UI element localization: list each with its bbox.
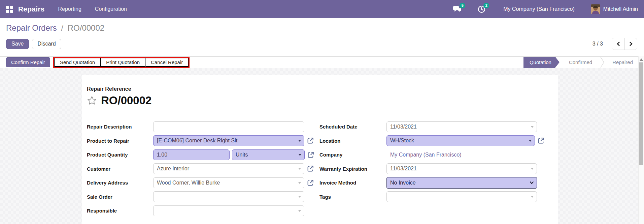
- pager-buttons: [612, 38, 637, 50]
- delivery-address-field[interactable]: [153, 177, 304, 188]
- caret-down-icon[interactable]: [298, 210, 301, 212]
- chevron-left-icon: [616, 41, 620, 46]
- user-menu[interactable]: Mitchell Admin: [591, 4, 638, 14]
- caret-down-icon[interactable]: [299, 154, 301, 156]
- location-input[interactable]: [387, 136, 535, 146]
- highlighted-button-group: Send Quotation Print Quotation Cancel Re…: [53, 57, 190, 68]
- customer-input[interactable]: [154, 164, 304, 174]
- uom-external-link-icon[interactable]: [307, 151, 314, 159]
- label-product-to-repair: Product to Repair: [87, 138, 153, 144]
- reference-label: Repair Reference: [87, 86, 553, 92]
- caret-down-icon[interactable]: [298, 168, 301, 170]
- title-row: RO/00002: [87, 94, 553, 107]
- breadcrumb-separator: /: [61, 23, 63, 32]
- delivery-address-input[interactable]: [154, 178, 304, 188]
- repair-description-field[interactable]: [153, 121, 304, 132]
- label-warranty-expiration: Warranty Expiration: [319, 166, 386, 172]
- page-title: RO/00002: [101, 94, 151, 107]
- label-tags: Tags: [319, 194, 386, 200]
- content-area: Repair Reference RO/00002 Repair Descrip…: [0, 68, 644, 224]
- menu-configuration[interactable]: Configuration: [95, 6, 127, 12]
- avatar: [591, 4, 600, 14]
- messages-badge: 5: [460, 3, 465, 8]
- scrollbar-thumb[interactable]: [639, 62, 643, 165]
- scheduled-date-field[interactable]: [386, 121, 537, 132]
- sale-order-input[interactable]: [154, 192, 304, 202]
- invoice-method-value: No Invoice: [390, 180, 416, 186]
- breadcrumb-parent[interactable]: Repair Orders: [6, 23, 57, 32]
- app-name[interactable]: Repairs: [18, 5, 44, 13]
- caret-down-icon[interactable]: [531, 168, 534, 170]
- label-scheduled-date: Scheduled Date: [319, 124, 386, 130]
- apps-menu-icon[interactable]: [6, 6, 13, 13]
- caret-down-icon[interactable]: [298, 182, 301, 184]
- caret-down-icon[interactable]: [531, 196, 534, 198]
- caret-down-icon[interactable]: [298, 140, 301, 142]
- menu-reporting[interactable]: Reporting: [58, 6, 81, 12]
- vertical-scrollbar[interactable]: [638, 56, 644, 224]
- location-field[interactable]: [386, 135, 535, 146]
- scheduled-date-input[interactable]: [387, 122, 537, 132]
- responsible-field[interactable]: [153, 205, 304, 216]
- product-quantity-field[interactable]: [153, 149, 230, 160]
- company-switcher[interactable]: My Company (San Francisco): [503, 6, 575, 12]
- top-navbar: Repairs Reporting Configuration 5 2 My C…: [0, 0, 644, 18]
- caret-down-icon[interactable]: [298, 196, 301, 198]
- favorite-star-icon[interactable]: [87, 95, 97, 106]
- label-company: Company: [319, 152, 386, 158]
- save-button[interactable]: Save: [6, 39, 29, 49]
- pager: 3 / 3: [592, 38, 637, 50]
- tags-field[interactable]: [386, 191, 537, 202]
- label-sale-order: Sale Order: [87, 194, 153, 200]
- pager-previous-button[interactable]: [612, 38, 624, 50]
- product-to-repair-field[interactable]: [153, 135, 304, 146]
- control-panel: Repair Orders / RO/00002 Save Discard 3 …: [0, 18, 644, 56]
- customer-external-link-icon[interactable]: [307, 165, 314, 172]
- sale-order-field[interactable]: [153, 191, 304, 202]
- form-sheet: Repair Reference RO/00002 Repair Descrip…: [82, 75, 558, 224]
- unit-of-measure-field[interactable]: [232, 149, 305, 160]
- label-responsible: Responsible: [87, 208, 153, 214]
- scroll-up-icon[interactable]: [640, 58, 643, 61]
- breadcrumb-current: RO/00002: [68, 23, 104, 32]
- delivery-address-external-link-icon[interactable]: [307, 179, 314, 187]
- statusbar: Confirm Repair Send Quotation Print Quot…: [0, 56, 638, 68]
- location-external-link-icon[interactable]: [537, 137, 545, 144]
- navbar-left: Repairs Reporting Configuration: [6, 5, 127, 13]
- print-quotation-button[interactable]: Print Quotation: [101, 58, 145, 67]
- pager-count: 3 / 3: [592, 41, 603, 47]
- product-external-link-icon[interactable]: [307, 137, 314, 144]
- repair-description-input[interactable]: [154, 122, 304, 132]
- stage-confirmed[interactable]: Confirmed: [569, 59, 592, 65]
- invoice-method-select[interactable]: No Invoice: [386, 177, 537, 189]
- activities-badge: 2: [483, 3, 489, 8]
- discard-button[interactable]: Discard: [32, 39, 61, 49]
- fields-grid: Repair Description Scheduled Date Produc…: [87, 120, 553, 218]
- label-customer: Customer: [87, 166, 153, 172]
- product-to-repair-input[interactable]: [154, 136, 304, 146]
- label-delivery-address: Delivery Address: [87, 180, 153, 186]
- navbar-systray: 5 2 My Company (San Francisco) Mitchell …: [437, 4, 638, 14]
- messages-button[interactable]: 5: [453, 5, 462, 13]
- caret-down-icon[interactable]: [529, 140, 532, 142]
- activities-button[interactable]: 2: [477, 5, 486, 13]
- stage-quotation[interactable]: Quotation: [523, 57, 560, 68]
- caret-down-icon[interactable]: [531, 126, 534, 128]
- customer-field[interactable]: [153, 163, 304, 174]
- warranty-expiration-field[interactable]: [386, 163, 537, 174]
- tags-input[interactable]: [387, 192, 537, 202]
- chevron-right-icon: [629, 41, 633, 46]
- product-quantity-input[interactable]: [154, 150, 229, 160]
- warranty-expiration-input[interactable]: [387, 164, 537, 174]
- company-value-link[interactable]: My Company (San Francisco): [386, 152, 462, 158]
- stage-separator-icon: [600, 57, 604, 68]
- pager-next-button[interactable]: [624, 38, 637, 50]
- send-quotation-button[interactable]: Send Quotation: [54, 58, 101, 67]
- unit-of-measure-input[interactable]: [232, 150, 304, 160]
- label-location: Location: [319, 138, 386, 144]
- stage-repaired[interactable]: Repaired: [612, 59, 633, 65]
- cancel-repair-button[interactable]: Cancel Repair: [145, 58, 189, 67]
- responsible-input[interactable]: [154, 206, 304, 216]
- confirm-repair-button[interactable]: Confirm Repair: [6, 57, 50, 67]
- label-invoice-method: Invoice Method: [319, 180, 386, 186]
